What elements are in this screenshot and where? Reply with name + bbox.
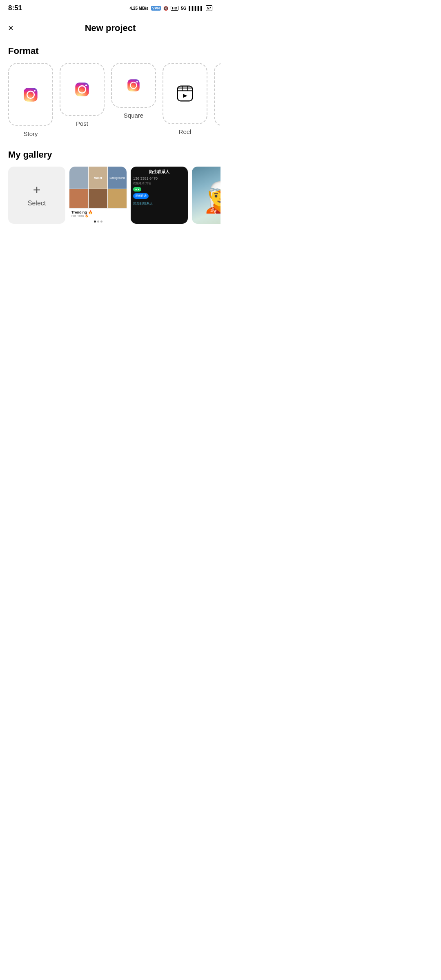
instagram-icon-story: [20, 84, 41, 105]
gallery-row: + Select Maker Background Trending 🔥 Hot…: [8, 167, 220, 224]
gallery-scroll[interactable]: + Select Maker Background Trending 🔥 Hot…: [0, 167, 220, 232]
gallery-thumb-1[interactable]: Maker Background Trending 🔥 Hot Reels 🔥: [69, 167, 127, 224]
select-label: Select: [28, 200, 46, 207]
svg-rect-10: [178, 88, 192, 91]
thumb-content-1: Maker Background Trending 🔥 Hot Reels 🔥: [69, 167, 127, 224]
format-card-story[interactable]: [8, 63, 53, 126]
gallery-thumb-3[interactable]: 🧝 ↻ ↓ ✦ AirBrush: [192, 167, 220, 224]
reel-icon: [175, 84, 195, 103]
format-card-reel[interactable]: [163, 63, 207, 124]
hd-indicator: HD: [171, 6, 178, 11]
format-item-story[interactable]: Story: [8, 63, 53, 137]
page-title: New project: [85, 23, 136, 33]
battery-indicator: 57: [206, 5, 212, 11]
close-button[interactable]: ×: [8, 24, 13, 33]
status-time: 8:51: [8, 4, 22, 12]
format-section-title: Format: [0, 38, 220, 63]
status-bar: 8:51 4.25 MB/s VPN 🔇 HD 5G ▌▌▌▌▌ 57: [0, 0, 220, 15]
instagram-icon-post: [71, 79, 93, 100]
vpn-indicator: VPN: [151, 6, 161, 11]
gallery-section-title: My gallery: [0, 141, 220, 167]
format-label-square: Square: [124, 112, 143, 119]
format-label-post: Post: [76, 120, 88, 127]
instagram-icon-square: [124, 76, 143, 95]
format-item-post[interactable]: Post: [60, 63, 105, 137]
svg-marker-13: [183, 94, 187, 98]
status-icons: 4.25 MB/s VPN 🔇 HD 5G ▌▌▌▌▌ 57: [130, 5, 212, 11]
elf-character: 🧝: [202, 183, 220, 212]
format-item-extra[interactable]: [214, 63, 220, 137]
svg-point-2: [34, 90, 36, 91]
svg-rect-3: [75, 82, 89, 96]
svg-point-8: [136, 81, 138, 82]
format-row: Story: [8, 63, 220, 137]
page-header: × New project: [0, 15, 220, 38]
format-item-square[interactable]: Square: [111, 63, 156, 137]
svg-rect-6: [127, 79, 139, 91]
signal-bars: ▌▌▌▌▌: [189, 6, 203, 11]
gallery-thumb-2[interactable]: 陌生联系人 136 3381 6470 视频通话 鸡场 ● ● 视频通话 添加到…: [131, 167, 188, 224]
data-speed: 4.25 MB/s: [130, 6, 149, 11]
svg-rect-0: [24, 88, 37, 101]
format-card-square[interactable]: [111, 63, 156, 108]
format-scroll[interactable]: Story: [0, 63, 220, 141]
mute-icon: 🔇: [163, 6, 168, 11]
format-label-reel: Reel: [179, 128, 192, 135]
thumb-content-2: 陌生联系人 136 3381 6470 视频通话 鸡场 ● ● 视频通话 添加到…: [131, 167, 188, 224]
svg-point-5: [85, 85, 87, 86]
network-indicator: 5G: [181, 6, 186, 11]
format-item-reel[interactable]: Reel: [163, 63, 207, 137]
format-card-post[interactable]: [60, 63, 105, 116]
format-label-story: Story: [23, 130, 38, 137]
format-card-extra: [214, 63, 220, 126]
select-plus-icon: +: [33, 183, 41, 196]
select-button[interactable]: + Select: [8, 167, 65, 224]
